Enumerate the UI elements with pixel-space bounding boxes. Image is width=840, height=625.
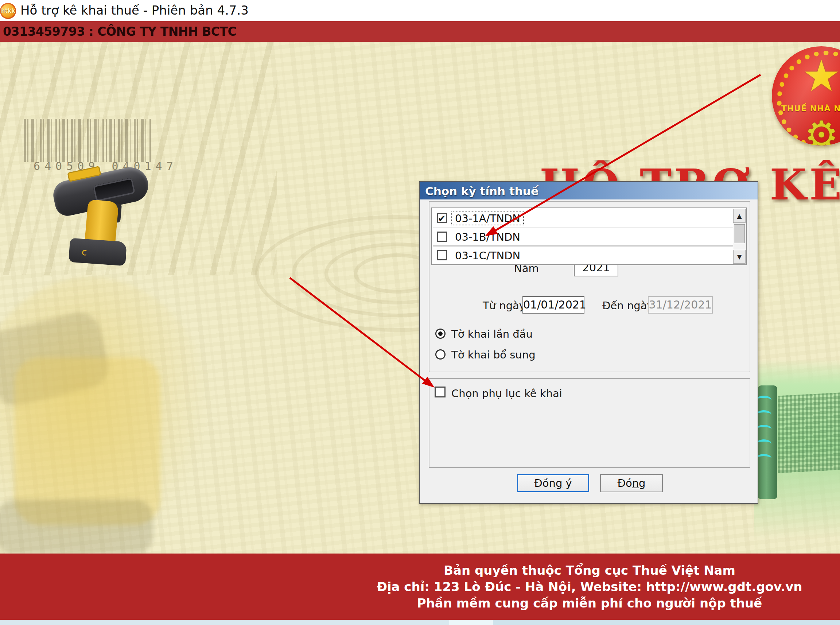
item-checkbox[interactable]: ✔	[437, 213, 447, 223]
close-button-mnemonic: n	[632, 477, 639, 489]
item-label[interactable]: 03-1A/TNDN	[452, 212, 523, 225]
supplement-declaration-label[interactable]: Tờ khai bổ sung	[451, 348, 536, 361]
footer-copyright: Bản quyền thuộc Tổng cục Thuế Việt Nam Đ…	[339, 562, 840, 611]
list-scrollbar[interactable]: ▲ ▼	[733, 209, 745, 264]
window-title-bar[interactable]: htkk Hỗ trợ kê khai thuế - Phiên bản 4.7…	[0, 0, 840, 21]
footer-line3: Phần mềm cung cấp miễn phí cho người nộp…	[339, 595, 840, 611]
first-declaration-radio[interactable]	[435, 328, 446, 339]
scanner-base	[68, 238, 127, 266]
from-date-input[interactable]: 01/01/2021	[522, 296, 584, 314]
footer-line2: Địa chỉ: 123 Lò Đúc - Hà Nội, Website: h…	[339, 579, 840, 595]
green-2d-barcode-wall	[778, 393, 840, 473]
item-label[interactable]: 03-1B/TNDN	[452, 231, 523, 243]
close-button-text: g	[639, 477, 645, 489]
ok-button-mnemonic: g	[556, 477, 562, 489]
taskbar-segment	[449, 620, 493, 625]
green-barcode-scene	[754, 359, 840, 554]
supplement-declaration-radio[interactable]	[435, 349, 446, 359]
scanner-base-mark: c	[81, 247, 87, 258]
appendix-list[interactable]: ✔ 03-1A/TNDN 03-1B/TNDN 03-1C/TNDN ▲ ▼	[431, 207, 747, 265]
list-item[interactable]: ✔ 03-1A/TNDN	[433, 209, 734, 227]
to-date-input-disabled: 31/12/2021	[648, 296, 713, 314]
pillar-glow-arc	[756, 425, 772, 434]
dialog-title: Chọn kỳ tính thuế	[425, 185, 539, 197]
ok-button-text: ý	[562, 477, 572, 489]
appendix-select-label[interactable]: Chọn phụ lục kê khai	[451, 387, 562, 400]
scroll-thumb[interactable]	[734, 224, 745, 243]
pillar-glow-arc	[756, 410, 772, 419]
item-checkbox[interactable]	[437, 250, 447, 260]
footer-bar: Bản quyền thuộc Tổng cục Thuế Việt Nam Đ…	[0, 553, 840, 620]
item-checkbox[interactable]	[437, 232, 447, 242]
scroll-up-button[interactable]: ▲	[733, 209, 745, 223]
scanner-ghost-base	[0, 499, 153, 554]
appendix-select-checkbox[interactable]	[435, 387, 446, 398]
scroll-down-button[interactable]: ▼	[733, 250, 745, 264]
company-info-bar: 0313459793 : CÔNG TY TNHH BCTC	[0, 21, 840, 42]
barcode-image	[24, 119, 151, 162]
taskbar-edge	[0, 620, 840, 625]
item-label[interactable]: 03-1C/TNDN	[452, 249, 523, 262]
dialog-title-bar[interactable]: Chọn kỳ tính thuế	[420, 182, 758, 199]
pillar-glow-arc	[756, 396, 772, 404]
footer-line1: Bản quyền thuộc Tổng cục Thuế Việt Nam	[339, 562, 840, 579]
list-item[interactable]: 03-1B/TNDN	[433, 227, 734, 246]
barcode-scanner-image: c	[47, 168, 156, 267]
ok-button-text: Đồn	[534, 477, 556, 489]
pillar-glow-arc	[756, 439, 772, 448]
htkk-application-window: 640509040147 HỖ TRỢ KÊ KHAI ★ THUẾ NHÀ N…	[0, 0, 840, 625]
close-button-text: Đó	[617, 477, 632, 489]
htkk-app-icon: htkk	[0, 3, 16, 19]
first-declaration-label[interactable]: Tờ khai lần đầu	[451, 328, 533, 340]
pillar-glow-arc	[756, 454, 772, 463]
close-button[interactable]: Đóng	[600, 474, 663, 492]
list-item[interactable]: 03-1C/TNDN	[433, 246, 734, 264]
from-date-label: Từ ngày	[483, 299, 525, 312]
to-date-label: Đến ngày	[602, 299, 653, 312]
company-tax-id-name: 0313459793 : CÔNG TY TNHH BCTC	[3, 25, 236, 39]
window-title: Hỗ trợ kê khai thuế - Phiên bản 4.7.3	[20, 3, 248, 17]
ok-button[interactable]: Đồng ý	[517, 474, 589, 492]
tax-period-dialog: Chọn kỳ tính thuế Trường hợp quyết toán:…	[419, 181, 758, 504]
taskbar-segment	[493, 620, 840, 625]
